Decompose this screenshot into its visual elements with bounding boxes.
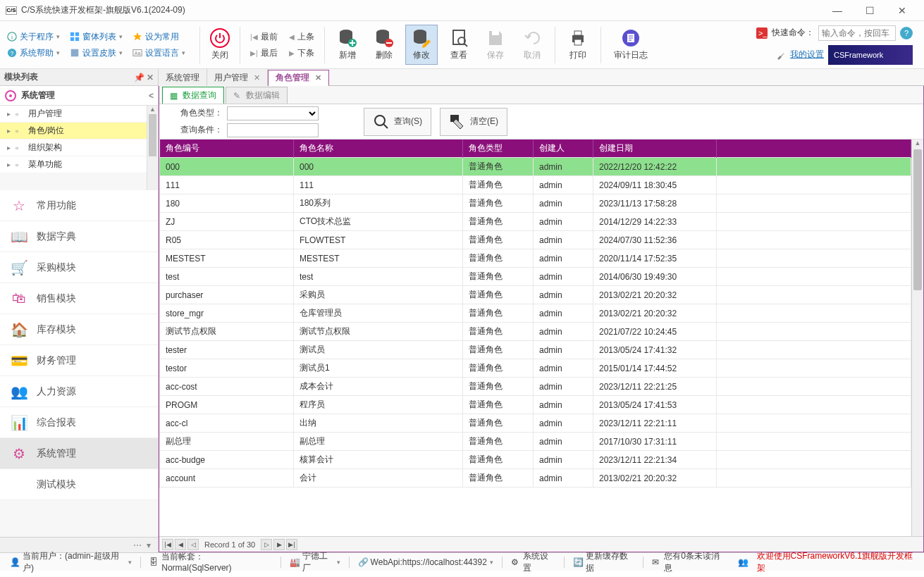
status-webapi[interactable]: 🔗WebApi:https://localhost:44392▾ [354, 557, 498, 567]
tree-scrollbar[interactable]: ▲ [147, 106, 158, 190]
svg-rect-18 [492, 31, 499, 35]
module-item[interactable]: 💳财务管理 [0, 345, 158, 376]
search-button[interactable]: 查询(S) [364, 108, 431, 136]
column-header[interactable]: 角色编号 [160, 139, 294, 158]
nav-prev[interactable]: ◀上条 [289, 31, 314, 43]
view-button[interactable]: 查看 [443, 25, 474, 64]
tab[interactable]: 角色管理✕ [268, 70, 329, 87]
table-row[interactable]: ZJCTO技术总监普通角色admin2014/12/29 14:22:33 [160, 213, 911, 231]
module-item[interactable]: 🛍销售模块 [0, 283, 158, 314]
module-item[interactable]: 👥人力资源 [0, 376, 158, 407]
tree-node[interactable]: ▸▫组织架构 [0, 139, 158, 156]
svg-text:>_: >_ [758, 29, 768, 37]
cond-input[interactable] [227, 123, 319, 137]
column-header[interactable]: 创建人 [534, 139, 593, 158]
titlebar: C/S C/S系统快速开发框架-旗舰版V6.1(2024-09) — ☐ ✕ [0, 0, 924, 21]
status-factory[interactable]: 🏭宁德工厂▾ [285, 550, 345, 574]
add-button[interactable]: 新增 [332, 25, 363, 64]
table-row[interactable]: acc-budge核算会计普通角色admin2023/12/11 22:21:3… [160, 451, 911, 469]
table-row[interactable]: store_mgr仓库管理员普通角色admin2013/02/21 20:20:… [160, 304, 911, 323]
help-link[interactable]: ?系统帮助▾ [7, 47, 60, 59]
audit-icon [621, 28, 641, 48]
table-row[interactable]: testtest普通角色admin2014/06/30 19:49:30 [160, 268, 911, 286]
module-item[interactable]: 🏠库存模块 [0, 314, 158, 345]
record-navigator[interactable]: |◀◀◁ Record 1 of 30 ▷▶▶| [159, 536, 923, 552]
table-row[interactable]: MESTESTMESTEST普通角色admin2020/11/14 17:52:… [160, 249, 911, 268]
svg-rect-8 [71, 49, 79, 57]
about-link[interactable]: i关于程序▾ [7, 31, 60, 43]
column-header[interactable]: 角色名称 [294, 139, 463, 158]
table-row[interactable]: tester测试员普通角色admin2013/05/24 17:41:32 [160, 341, 911, 359]
table-row[interactable]: R05FLOWTEST普通角色admin2024/07/30 11:52:36 [160, 231, 911, 249]
mail-icon: ✉ [652, 557, 661, 567]
fav-link[interactable]: 设为常用 [133, 31, 185, 43]
tab[interactable]: 系统管理 [159, 69, 207, 86]
table-row[interactable]: 180180系列普通角色admin2023/11/13 17:58:28 [160, 194, 911, 213]
settings-link[interactable]: 我的设置 [790, 49, 824, 61]
table-row[interactable]: 副总理副总理普通角色admin2017/10/30 17:31:11 [160, 433, 911, 451]
status-account[interactable]: 🗄当前帐套： Normal(SqlServer) [145, 551, 276, 573]
nav-first[interactable]: |◀最前 [250, 31, 278, 43]
status-cache[interactable]: 🔄更新缓存数据 [569, 550, 639, 574]
tab[interactable]: 用户管理✕ [207, 69, 268, 86]
module-item[interactable]: 📊综合报表 [0, 407, 158, 438]
db-icon: 🗄 [149, 557, 159, 567]
clear-button[interactable]: 清空(E) [440, 108, 507, 136]
close-icon[interactable]: ✕ [254, 73, 260, 82]
table-row[interactable]: acc-cost成本会计普通角色admin2023/12/11 22:21:25 [160, 378, 911, 396]
subtab[interactable]: ▦数据查询 [162, 87, 224, 104]
audit-button[interactable]: 审计日志 [608, 25, 653, 64]
tree-node[interactable]: ▸▫用户管理 [0, 106, 158, 123]
table-row[interactable]: 测试节点权限测试节点权限普通角色admin2021/07/22 10:24:45 [160, 323, 911, 341]
table-row[interactable]: account会计普通角色admin2013/02/21 20:20:32 [160, 469, 911, 488]
delete-button[interactable]: 删除 [369, 25, 400, 64]
table-row[interactable]: 000000普通角色admin2022/12/20 12:42:22 [160, 158, 911, 176]
skin-link[interactable]: 设置皮肤▾ [70, 47, 123, 59]
status-sys[interactable]: ⚙系统设置 [507, 550, 560, 574]
forms-link[interactable]: 窗体列表▾ [70, 31, 123, 43]
module-icon: 🏠 [10, 321, 28, 339]
module-item[interactable]: 测试模块 [0, 469, 158, 500]
nav-next[interactable]: ▶下条 [289, 47, 314, 59]
table-row[interactable]: 111111普通角色admin2024/09/11 18:30:45 [160, 176, 911, 194]
type-select[interactable] [227, 106, 319, 120]
cmd-input[interactable] [818, 25, 896, 41]
brand-badge: CSFramework [828, 45, 913, 65]
search-icon [373, 113, 390, 130]
table-row[interactable]: acc-cl出纳普通角色admin2023/12/11 22:21:11 [160, 414, 911, 433]
grid-scrollbar[interactable]: ▲ [911, 139, 923, 536]
status-msg[interactable]: ✉您有0条未读消息 [648, 550, 730, 574]
module-item[interactable]: 🛒采购模块 [0, 252, 158, 283]
column-header[interactable]: 角色类型 [463, 139, 534, 158]
pin-icon[interactable]: 📌 ✕ [134, 73, 154, 82]
data-grid[interactable]: 角色编号角色名称角色类型创建人创建日期 000000普通角色admin2022/… [159, 139, 911, 488]
module-icon: 🛒 [10, 259, 28, 277]
print-button[interactable]: 打印 [562, 25, 593, 64]
table-row[interactable]: testor测试员1普通角色admin2015/01/14 17:44:52 [160, 359, 911, 378]
module-item[interactable]: 📖数据字典 [0, 221, 158, 252]
terminal-icon: >_ [756, 27, 768, 39]
column-header[interactable]: 创建日期 [593, 139, 717, 158]
close-all-button[interactable]: 关闭 [210, 28, 230, 61]
window-title: C/S系统快速开发框架-旗舰版V6.1(2024-09) [21, 4, 821, 16]
status-user[interactable]: 👤当前用户：(admin-超级用户)▾ [6, 550, 136, 574]
tree-node[interactable]: ▸▫角色/岗位 [0, 123, 158, 139]
edit-button[interactable]: 修改 [405, 25, 438, 65]
table-row[interactable]: purchaser采购员普通角色admin2013/02/21 20:20:32 [160, 286, 911, 304]
module-item[interactable]: ☆常用功能 [0, 190, 158, 221]
minimize-button[interactable]: — [821, 0, 854, 21]
tree-node[interactable]: ▸▫菜单功能 [0, 156, 158, 173]
close-icon[interactable]: ✕ [315, 73, 321, 82]
close-button[interactable]: ✕ [886, 0, 918, 21]
maximize-button[interactable]: ☐ [854, 0, 886, 21]
module-item[interactable]: ⚙系统管理 [0, 438, 158, 469]
subtabs: ▦数据查询✎数据编辑 [159, 86, 923, 104]
lang-link[interactable]: Aa设置语言▾ [133, 47, 185, 59]
help-icon[interactable]: ? [900, 27, 913, 39]
sidebar-section[interactable]: 系统管理 < [0, 86, 158, 106]
save-button[interactable]: 保存 [480, 25, 511, 64]
cancel-button[interactable]: 取消 [517, 25, 548, 64]
subtab[interactable]: ✎数据编辑 [226, 87, 288, 104]
nav-last[interactable]: ▶|最后 [250, 47, 278, 59]
table-row[interactable]: PROGM程序员普通角色admin2013/05/24 17:41:53 [160, 396, 911, 414]
